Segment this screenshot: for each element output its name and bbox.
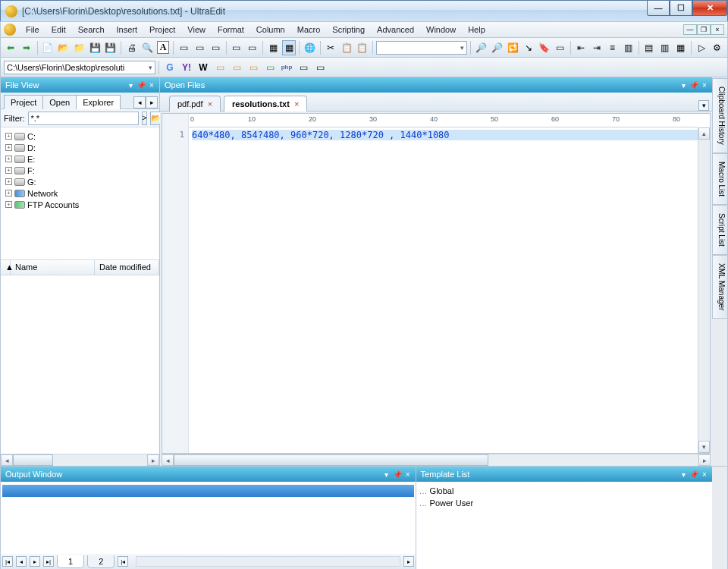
fv-scroll-right[interactable]: ▸: [147, 454, 159, 466]
tb2-btn-4[interactable]: ▭: [262, 60, 278, 75]
menu-help[interactable]: Help: [463, 24, 491, 36]
template-body[interactable]: Global Power User: [416, 482, 712, 569]
menu-macro[interactable]: Macro: [292, 24, 326, 36]
out-scroll-left[interactable]: |◂: [118, 556, 128, 567]
editor-h-scrollbar[interactable]: ◂ ▸: [162, 454, 711, 466]
menu-search[interactable]: Search: [73, 24, 110, 36]
drive-d[interactable]: +D:: [2, 142, 158, 153]
macro-button[interactable]: ▷: [695, 40, 709, 55]
of-menu-icon[interactable]: ▾: [679, 80, 688, 90]
filter-input[interactable]: [28, 112, 139, 125]
print-button[interactable]: 🖨: [124, 40, 139, 55]
replace-button[interactable]: 🔁: [506, 40, 520, 55]
drive-network[interactable]: +Network: [2, 187, 158, 199]
drive-g[interactable]: +G:: [2, 176, 158, 187]
columns-button[interactable]: ▥: [621, 40, 635, 55]
save-button[interactable]: 💾: [88, 40, 102, 55]
side-tab-macro[interactable]: Macro List: [712, 153, 727, 205]
menu-view[interactable]: View: [182, 24, 211, 36]
close-file-button[interactable]: 📁: [72, 40, 86, 55]
drive-ftp[interactable]: +FTP Accounts: [2, 199, 158, 210]
menu-scripting[interactable]: Scripting: [327, 24, 370, 36]
drive-c[interactable]: +C:: [2, 130, 158, 142]
find-button[interactable]: 🔎: [474, 40, 488, 55]
wikipedia-button[interactable]: W: [196, 60, 211, 75]
drive-tree[interactable]: +C: +D: +E: +F: +G: +Network +FTP Accoun…: [1, 127, 159, 260]
tab-close-icon[interactable]: ×: [294, 99, 299, 108]
fv-nav-prev[interactable]: ◂: [133, 96, 146, 108]
print-preview-button[interactable]: 🔍: [140, 40, 155, 55]
out-scroll-right[interactable]: ▸: [403, 556, 414, 567]
menu-insert[interactable]: Insert: [111, 24, 143, 36]
find-next-button[interactable]: 🔎: [490, 40, 504, 55]
tb-btn-d[interactable]: ▭: [230, 40, 244, 55]
tab-open[interactable]: Open: [42, 95, 77, 109]
tl-menu-icon[interactable]: ▾: [679, 470, 688, 479]
save-as-button[interactable]: 💾: [103, 40, 118, 55]
paste-button[interactable]: 📋: [356, 40, 370, 55]
split-h-button[interactable]: ▤: [642, 40, 657, 55]
php-button[interactable]: php: [279, 60, 294, 75]
tb-btn-b[interactable]: ▭: [193, 40, 207, 55]
tb-btn-c[interactable]: ▭: [209, 40, 223, 55]
settings-button[interactable]: ⚙: [711, 40, 725, 55]
side-tab-clipboard[interactable]: Clipboard History: [712, 78, 727, 153]
file-list[interactable]: [1, 275, 159, 454]
out-next[interactable]: ▸: [30, 556, 40, 567]
align-button[interactable]: ≡: [605, 40, 620, 55]
template-power-user[interactable]: Power User: [416, 497, 712, 509]
tb2-btn-7[interactable]: ▭: [312, 60, 328, 75]
back-button[interactable]: ⬅: [4, 40, 18, 55]
new-file-button[interactable]: 📄: [40, 40, 55, 55]
fv-scroll-left[interactable]: ◂: [1, 454, 13, 466]
output-tab-1[interactable]: 1: [57, 555, 84, 568]
forward-button[interactable]: ➡: [20, 40, 34, 55]
copy-button[interactable]: 📋: [340, 40, 354, 55]
menu-column[interactable]: Column: [251, 24, 290, 36]
panel-pin-icon[interactable]: 📌: [136, 80, 146, 90]
menu-window[interactable]: Window: [421, 24, 461, 36]
tab-close-icon[interactable]: ×: [208, 99, 212, 108]
menu-format[interactable]: Format: [212, 24, 249, 36]
drive-f[interactable]: +F:: [2, 165, 158, 176]
out-first[interactable]: |◂: [2, 556, 13, 567]
split-v-button[interactable]: ▥: [657, 40, 672, 55]
search-combo[interactable]: [376, 41, 467, 55]
indent-left-button[interactable]: ⇤: [574, 40, 588, 55]
side-tab-xml[interactable]: XML Manager: [712, 255, 727, 319]
col-name[interactable]: Name: [11, 260, 95, 275]
template-global[interactable]: Global: [416, 485, 712, 497]
line-numbers-button[interactable]: ▦: [282, 40, 297, 55]
address-combo[interactable]: C:\Users\Florin\Desktop\resoluti: [4, 61, 155, 74]
output-h-scroll[interactable]: [136, 556, 400, 567]
tl-pin-icon[interactable]: 📌: [689, 470, 698, 479]
tb2-btn-6[interactable]: ▭: [296, 60, 311, 75]
google-button[interactable]: G: [162, 60, 177, 75]
tb2-btn-3[interactable]: ▭: [246, 60, 261, 75]
bookmark-button[interactable]: 🔖: [537, 40, 551, 55]
tabs-dropdown-icon[interactable]: ▾: [698, 100, 709, 111]
indent-right-button[interactable]: ⇥: [589, 40, 604, 55]
tb-btn-m[interactable]: ▭: [553, 40, 567, 55]
drive-e[interactable]: +E:: [2, 153, 158, 165]
doc-tab-pdf[interactable]: pdf.pdf ×: [169, 96, 221, 112]
panel-menu-icon[interactable]: ▾: [126, 80, 135, 90]
yahoo-button[interactable]: Y!: [179, 60, 194, 75]
out-prev[interactable]: ◂: [16, 556, 27, 567]
menu-file[interactable]: File: [20, 24, 45, 36]
web-button[interactable]: 🌐: [303, 40, 317, 55]
ow-pin-icon[interactable]: 📌: [393, 470, 402, 479]
tb2-btn-1[interactable]: ▭: [212, 60, 228, 75]
tb-btn-e[interactable]: ▭: [245, 40, 259, 55]
mdi-minimize-button[interactable]: —: [683, 24, 697, 35]
fv-nav-next[interactable]: ▸: [146, 96, 158, 108]
output-tab-2[interactable]: 2: [87, 555, 115, 568]
close-button[interactable]: ✕: [692, 1, 727, 16]
cut-button[interactable]: ✂: [324, 40, 338, 55]
mdi-close-button[interactable]: ×: [711, 24, 724, 35]
col-modified[interactable]: Date modified: [95, 260, 159, 275]
menu-edit[interactable]: Edit: [46, 24, 71, 36]
tab-explorer[interactable]: Explorer: [76, 95, 121, 109]
of-close-icon[interactable]: ×: [700, 80, 709, 90]
maximize-button[interactable]: ☐: [670, 1, 692, 16]
